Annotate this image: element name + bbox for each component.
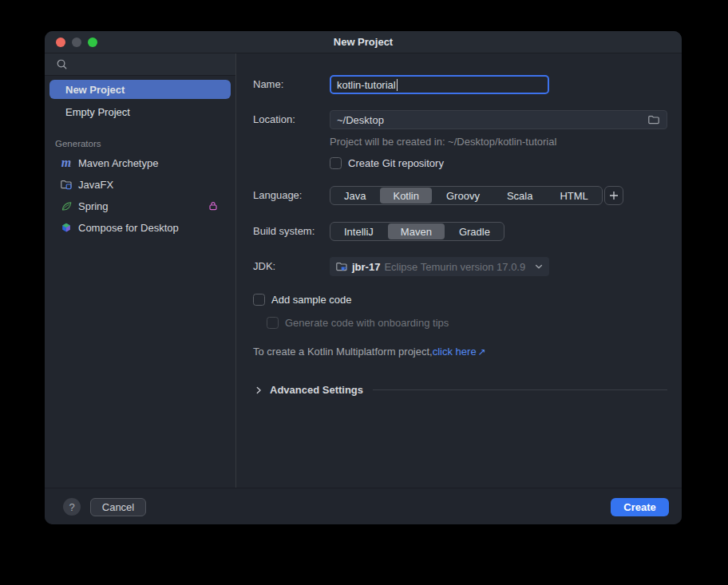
sample-code-label: Add sample code <box>271 294 351 306</box>
language-option-scala[interactable]: Scala <box>493 187 547 204</box>
name-label: Name: <box>253 75 283 94</box>
javafx-icon <box>60 178 73 191</box>
language-segmented-control: Java Kotlin Groovy Scala HTML <box>330 186 603 205</box>
location-input[interactable]: ~/Desktop <box>330 110 667 129</box>
help-icon: ? <box>69 501 74 513</box>
language-option-groovy[interactable]: Groovy <box>433 187 493 204</box>
text-caret <box>397 79 398 91</box>
search-icon <box>56 58 68 70</box>
footer: ? Cancel Create <box>45 488 682 524</box>
name-value: kotlin-tutorial <box>337 79 396 91</box>
help-button[interactable]: ? <box>63 498 81 516</box>
browse-folder-icon[interactable] <box>647 113 660 126</box>
location-hint: Project will be created in: ~/Desktop/ko… <box>330 136 556 148</box>
close-button[interactable] <box>56 38 65 47</box>
generators-heading: Generators <box>55 139 235 148</box>
onboarding-label: Generate code with onboarding tips <box>285 317 449 329</box>
language-option-java[interactable]: Java <box>330 187 379 204</box>
cancel-button[interactable]: Cancel <box>90 498 146 516</box>
form-panel: Name: kotlin-tutorial Location: ~/Deskto… <box>237 53 682 488</box>
advanced-settings-label: Advanced Settings <box>270 384 363 396</box>
language-label: Language: <box>253 186 302 205</box>
add-language-button[interactable] <box>604 186 623 205</box>
compose-icon <box>60 221 73 234</box>
sidebar-item-spring[interactable]: Spring <box>49 196 231 215</box>
sidebar-item-new-project[interactable]: New Project <box>49 80 231 99</box>
jdk-icon <box>335 260 348 273</box>
kmp-note-text: To create a Kotlin Multiplatform project… <box>253 346 433 358</box>
divider <box>373 389 667 390</box>
sidebar: New Project Empty Project Generators m M… <box>45 53 236 488</box>
build-option-gradle[interactable]: Gradle <box>445 223 504 240</box>
sample-code-checkbox-row[interactable]: Add sample code <box>253 294 351 306</box>
chevron-down-icon <box>532 260 545 273</box>
kmp-link[interactable]: click here <box>433 346 477 358</box>
sample-code-checkbox[interactable] <box>253 294 265 306</box>
build-option-intellij[interactable]: IntelliJ <box>330 223 387 240</box>
language-option-kotlin[interactable]: Kotlin <box>380 188 432 204</box>
build-option-maven[interactable]: Maven <box>388 223 445 239</box>
zoom-button[interactable] <box>88 38 97 47</box>
advanced-settings-toggle[interactable]: Advanced Settings <box>253 384 667 396</box>
spring-icon <box>60 200 73 212</box>
generator-label: JavaFX <box>78 179 113 191</box>
name-input[interactable]: kotlin-tutorial <box>330 75 549 94</box>
sidebar-item-maven-archetype[interactable]: m Maven Archetype <box>49 153 231 172</box>
generator-label: Spring <box>78 200 109 212</box>
sidebar-item-javafx[interactable]: JavaFX <box>49 175 231 194</box>
location-value: ~/Desktop <box>337 114 384 126</box>
onboarding-checkbox <box>267 317 279 329</box>
create-button[interactable]: Create <box>611 498 669 516</box>
traffic-lights <box>56 38 97 47</box>
git-checkbox-label: Create Git repository <box>348 157 444 169</box>
generator-label: Maven Archetype <box>78 157 158 169</box>
maven-icon: m <box>60 156 73 169</box>
git-checkbox-row[interactable]: Create Git repository <box>330 157 444 169</box>
build-system-label: Build system: <box>253 222 315 241</box>
jdk-label: JDK: <box>253 257 275 276</box>
generator-label: Compose for Desktop <box>78 222 179 234</box>
sidebar-item-label: New Project <box>65 84 125 96</box>
jdk-dropdown[interactable]: jbr-17 Eclipse Temurin version 17.0.9 <box>330 257 549 276</box>
sidebar-search[interactable] <box>45 53 235 76</box>
sidebar-item-compose-for-desktop[interactable]: Compose for Desktop <box>49 218 231 237</box>
sidebar-item-empty-project[interactable]: Empty Project <box>49 102 231 121</box>
external-link-icon: ↗ <box>478 346 486 358</box>
language-option-html[interactable]: HTML <box>546 187 601 204</box>
window-title: New Project <box>334 36 393 48</box>
kmp-note: To create a Kotlin Multiplatform project… <box>253 346 486 358</box>
build-segmented-control: IntelliJ Maven Gradle <box>330 222 504 241</box>
jdk-description: Eclipse Temurin version 17.0.9 <box>384 261 525 273</box>
sidebar-item-label: Empty Project <box>65 106 130 118</box>
lock-icon <box>208 200 219 211</box>
new-project-dialog: New Project New Project Empty Project Ge… <box>45 31 682 524</box>
chevron-right-icon <box>253 385 264 396</box>
git-checkbox[interactable] <box>330 157 342 169</box>
plus-icon <box>608 190 619 201</box>
titlebar: New Project <box>45 31 682 53</box>
location-label: Location: <box>253 110 295 129</box>
minimize-button <box>72 38 81 47</box>
jdk-name: jbr-17 <box>352 261 380 273</box>
onboarding-checkbox-row: Generate code with onboarding tips <box>267 317 449 329</box>
